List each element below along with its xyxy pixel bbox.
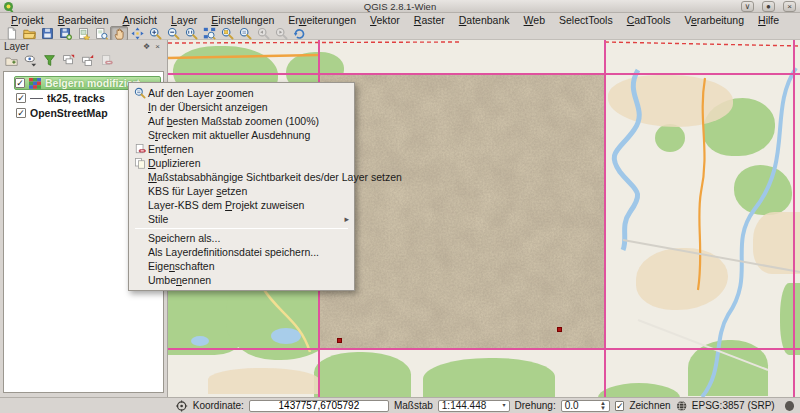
visibility-dropdown-button[interactable] [23,54,38,68]
zoom-next-button [272,26,290,41]
app-icon [3,1,15,12]
message-log-button[interactable] [785,401,794,411]
context-menu-item-auf-besten-maßstab-zoomen-100[interactable]: Auf besten Maßstab zoomen (100%) [130,114,353,128]
filter-legend-icon [43,54,56,69]
menu-layer[interactable]: Layer [164,13,204,27]
minimize-button[interactable]: ∨ [741,1,754,12]
composer-manager-icon [95,27,108,40]
layers-panel-title: Layer [4,41,141,52]
no-icon [132,232,148,244]
panel-close-button[interactable]: × [152,42,163,52]
pan-map-button[interactable] [110,26,128,41]
tracking-icon[interactable] [176,400,187,412]
coordinate-input[interactable] [249,400,389,412]
no-icon [132,171,148,183]
context-menu-item-auf-den-layer-zoomen[interactable]: Auf den Layer zoomen [130,86,353,100]
zoom-to-layer-icon [132,87,148,99]
open-project-button[interactable] [20,26,38,41]
filter-legend-button[interactable] [42,54,57,68]
menu-vektor[interactable]: Vektor [363,13,407,27]
zoom-in-button[interactable] [146,26,164,41]
menu-einstellungen[interactable]: Einstellungen [204,13,281,27]
context-menu-item-eigenschaften[interactable]: Eigenschaften [130,259,353,273]
remove-layer-icon [100,54,113,69]
composer-manager-button[interactable] [92,26,110,41]
expand-all-button[interactable] [61,54,76,68]
raster-layer-belgern [318,74,605,350]
menu-hilfe[interactable]: Hilfe [751,13,786,27]
menu-erweiterungen[interactable]: Erweiterungen [281,13,363,27]
maximize-button[interactable]: ● [762,1,775,12]
menu-item-label: In der Übersicht anzeigen [148,101,349,113]
refresh-icon [293,27,306,40]
layer-visibility-checkbox[interactable]: ✓ [16,108,26,118]
new-project-button[interactable] [2,26,20,41]
context-menu-item-duplizieren[interactable]: Duplizieren [130,156,353,170]
no-icon [132,260,148,272]
context-menu-item-speichern-als[interactable]: Speichern als... [130,231,353,245]
zoom-to-layer-button[interactable] [236,26,254,41]
context-menu-item-umbenennen[interactable]: Umbenennen [130,273,353,287]
zoom-to-selection-button[interactable] [218,26,236,41]
expand-all-icon [62,54,75,69]
context-menu-item-in-der-übersicht-anzeigen[interactable]: In der Übersicht anzeigen [130,100,353,114]
menu-item-label: Auf den Layer zoomen [148,87,349,99]
zoom-full-button[interactable] [200,26,218,41]
no-icon [132,246,148,258]
menu-item-label: Duplizieren [148,157,349,169]
raster-layer-icon [29,78,41,89]
context-menu-item-layer-kbs-dem-projekt-zuweisen[interactable]: Layer-KBS dem Projekt zuweisen [130,198,353,212]
menu-bearbeiten[interactable]: Bearbeiten [51,13,116,27]
zoom-to-layer-icon [239,27,252,40]
save-project-as-button[interactable] [56,26,74,41]
menu-selecttools[interactable]: SelectTools [552,13,620,27]
layers-panel-toolbar [0,53,167,69]
scale-value: 1:144.448 [442,400,487,411]
close-button[interactable]: × [783,1,796,12]
menu-item-label: Speichern als... [148,232,349,244]
context-menu-item-kbs-für-layer-setzen[interactable]: KBS für Layer setzen [130,184,353,198]
layer-visibility-checkbox[interactable]: ✓ [16,93,26,103]
zoom-out-button[interactable] [164,26,182,41]
menu-ansicht[interactable]: Ansicht [116,13,164,27]
menu-item-label: Layer-KBS dem Projekt zuweisen [148,199,349,211]
panel-float-button[interactable]: ❖ [141,42,152,52]
render-checkbox[interactable]: ✓ [615,401,625,411]
zoom-to-selection-icon [221,27,234,40]
context-menu-item-stile[interactable]: Stile▸ [130,212,353,226]
new-composer-button[interactable] [74,26,92,41]
zoom-native-button[interactable] [182,26,200,41]
add-group-button[interactable] [4,54,19,68]
collapse-all-button[interactable] [80,54,95,68]
open-project-icon [23,27,36,40]
context-menu-item-entfernen[interactable]: Entfernen [130,142,353,156]
render-label: Zeichnen [629,400,670,411]
menu-projekt[interactable]: Projekt [4,13,51,27]
menu-item-label: Stile [148,213,344,225]
context-menu-item-strecken-mit-aktueller-ausdehnung[interactable]: Strecken mit aktueller Ausdehnung [130,128,353,142]
menu-item-label: Umbenennen [148,274,349,286]
menu-raster[interactable]: Raster [407,13,452,27]
rotation-spinbox[interactable]: 0.0 ▲▼ [561,400,610,412]
submenu-arrow-icon: ▸ [344,214,349,224]
save-project-button[interactable] [38,26,56,41]
menu-web[interactable]: Web [517,13,552,27]
chevron-down-icon: ▾ [503,403,506,408]
layer-name: tk25, tracks [47,92,105,104]
menu-verarbeitung[interactable]: Verarbeitung [677,13,751,27]
pan-to-selection-button[interactable] [128,26,146,41]
menu-item-label: KBS für Layer setzen [148,185,349,197]
menu-datenbank[interactable]: Datenbank [452,13,517,27]
layer-name: Belgern modifiziert [45,77,140,89]
main-toolbar [0,27,800,40]
zoom-native-icon [185,27,198,40]
layer-visibility-checkbox[interactable]: ✓ [15,78,25,88]
context-menu-item-als-layerdefinitionsdatei-speichern[interactable]: Als Layerdefinitionsdatei speichern... [130,245,353,259]
globe-crs-icon[interactable] [676,400,687,412]
add-group-icon [5,54,18,69]
menu-cadtools[interactable]: CadTools [620,13,678,27]
refresh-button[interactable] [290,26,308,41]
crs-status[interactable]: EPSG:3857 (SRP) [692,400,775,411]
scale-combobox[interactable]: 1:144.448 ▾ [438,400,510,412]
context-menu-item-maßstabsabhängige-sichtbarkeit-des-der-layer-setzen[interactable]: Maßstabsabhängige Sichtbarkeit des/der L… [130,170,353,184]
